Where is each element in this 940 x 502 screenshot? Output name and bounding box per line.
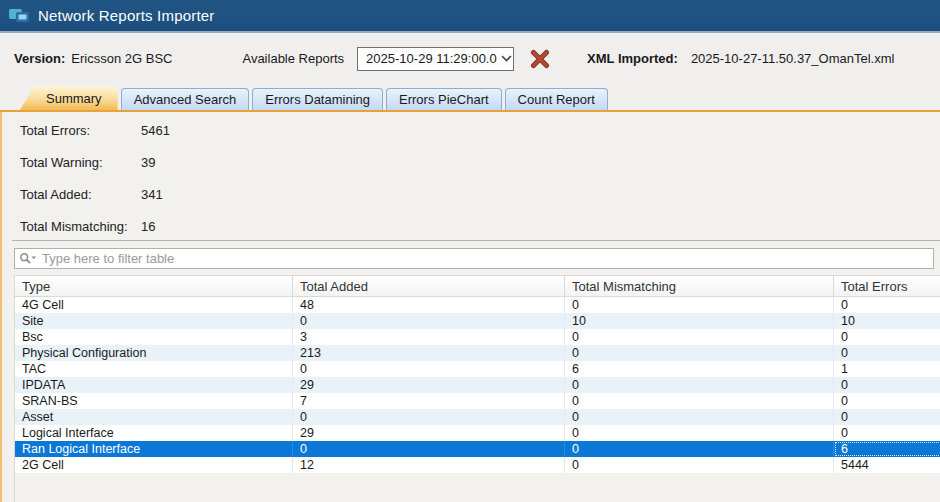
stat-label: Total Added: xyxy=(20,187,141,202)
stats-separator xyxy=(12,240,940,241)
tab-errors-piechart[interactable]: Errors PieChart xyxy=(386,88,502,110)
table-row-4g-cell[interactable]: 4G Cell4800 xyxy=(15,297,940,313)
table-body: 4G Cell4800Site01010Bsc300Physical Confi… xyxy=(15,297,940,473)
cell-total-mismatching[interactable]: 0 xyxy=(565,393,834,409)
app-window: Network Reports Importer Version: Ericss… xyxy=(0,0,940,502)
cell-total-mismatching[interactable]: 0 xyxy=(565,457,834,473)
summary-panel: Total Errors:5461Total Warning:39Total A… xyxy=(0,110,940,502)
cell-total-errors[interactable]: 5444 xyxy=(834,457,940,473)
delete-report-button[interactable] xyxy=(529,48,551,70)
cell-type[interactable]: 4G Cell xyxy=(15,297,293,313)
cell-total-added[interactable]: 0 xyxy=(293,409,565,425)
cell-total-errors[interactable]: 6 xyxy=(834,441,940,457)
table-filter xyxy=(14,248,934,269)
cell-total-mismatching[interactable]: 0 xyxy=(565,377,834,393)
cell-total-errors[interactable]: 10 xyxy=(834,313,940,329)
tab-errors-datamining[interactable]: Errors Datamining xyxy=(252,88,383,110)
tab-advanced-search[interactable]: Advanced Search xyxy=(121,88,250,110)
cell-total-errors[interactable]: 0 xyxy=(834,409,940,425)
table-row-asset[interactable]: Asset000 xyxy=(15,409,940,425)
cell-total-added[interactable]: 0 xyxy=(293,361,565,377)
tab-bar: SummaryAdvanced SearchErrors DataminingE… xyxy=(0,84,940,110)
cell-total-errors[interactable]: 0 xyxy=(834,297,940,313)
stat-label: Total Warning: xyxy=(20,155,141,170)
table-header-row: TypeTotal AddedTotal MismatchingTotal Er… xyxy=(15,275,940,297)
title-bar: Network Reports Importer xyxy=(0,0,940,33)
cell-type[interactable]: Bsc xyxy=(15,329,293,345)
cell-total-mismatching[interactable]: 0 xyxy=(565,409,834,425)
stat-total-mismatching: Total Mismatching:16 xyxy=(11,210,940,242)
tab-count-report[interactable]: Count Report xyxy=(505,88,608,110)
available-reports-select[interactable]: 2025-10-29 11:29:00.0 xyxy=(357,47,514,71)
table-row-2g-cell[interactable]: 2G Cell1205444 xyxy=(15,457,940,473)
cell-total-mismatching[interactable]: 0 xyxy=(565,345,834,361)
cell-total-errors[interactable]: 0 xyxy=(834,345,940,361)
toolbar: Version: Ericsson 2G BSC Available Repor… xyxy=(0,33,940,84)
available-reports-label: Available Reports xyxy=(242,51,344,66)
cell-total-added[interactable]: 12 xyxy=(293,457,565,473)
cell-total-errors[interactable]: 0 xyxy=(834,393,940,409)
cell-total-mismatching[interactable]: 0 xyxy=(565,329,834,345)
cell-type[interactable]: Physical Configuration xyxy=(15,345,293,361)
cell-type[interactable]: SRAN-BS xyxy=(15,393,293,409)
cell-total-errors[interactable]: 1 xyxy=(834,361,940,377)
stat-value: 16 xyxy=(141,219,155,234)
cell-type[interactable]: IPDATA xyxy=(15,377,293,393)
table-row-ipdata[interactable]: IPDATA2900 xyxy=(15,377,940,393)
cell-total-added[interactable]: 29 xyxy=(293,377,565,393)
cell-type[interactable]: Logical Interface xyxy=(15,425,293,441)
version-value: Ericsson 2G BSC xyxy=(71,51,172,66)
table-row-site[interactable]: Site01010 xyxy=(15,313,940,329)
cell-type[interactable]: Site xyxy=(15,313,293,329)
stat-value: 341 xyxy=(141,187,163,202)
window-title: Network Reports Importer xyxy=(38,7,215,24)
cell-total-errors[interactable]: 0 xyxy=(834,377,940,393)
cell-type[interactable]: 2G Cell xyxy=(15,457,293,473)
table-row-bsc[interactable]: Bsc300 xyxy=(15,329,940,345)
stat-label: Total Mismatching: xyxy=(20,219,141,234)
cell-total-errors[interactable]: 0 xyxy=(834,329,940,345)
table-row-sran-bs[interactable]: SRAN-BS700 xyxy=(15,393,940,409)
stat-value: 39 xyxy=(141,155,155,170)
summary-stats: Total Errors:5461Total Warning:39Total A… xyxy=(11,112,940,240)
selected-report-value: 2025-10-29 11:29:00.0 xyxy=(366,51,497,66)
stat-value: 5461 xyxy=(141,123,170,138)
xml-imported-label: XML Imported: xyxy=(587,51,678,66)
cell-total-mismatching[interactable]: 10 xyxy=(565,313,834,329)
cell-total-errors[interactable]: 0 xyxy=(834,425,940,441)
column-header-total-mismatching[interactable]: Total Mismatching xyxy=(565,275,834,297)
column-header-type[interactable]: Type xyxy=(15,275,293,297)
search-icon xyxy=(19,252,37,265)
cell-total-added[interactable]: 7 xyxy=(293,393,565,409)
table-row-tac[interactable]: TAC061 xyxy=(15,361,940,377)
cell-total-added[interactable]: 48 xyxy=(293,297,565,313)
cell-total-mismatching[interactable]: 6 xyxy=(565,361,834,377)
cell-type[interactable]: Asset xyxy=(15,409,293,425)
table-row-ran-logical-interface[interactable]: Ran Logical Interface006 xyxy=(15,441,940,457)
table-row-physical-configuration[interactable]: Physical Configuration21300 xyxy=(15,345,940,361)
cell-type[interactable]: TAC xyxy=(15,361,293,377)
app-logo-icon xyxy=(8,7,30,24)
stat-total-errors: Total Errors:5461 xyxy=(11,114,940,146)
cell-total-added[interactable]: 213 xyxy=(293,345,565,361)
cell-total-added[interactable]: 0 xyxy=(293,313,565,329)
cell-total-added[interactable]: 29 xyxy=(293,425,565,441)
version-label: Version: xyxy=(14,51,65,66)
stat-total-added: Total Added:341 xyxy=(11,178,940,210)
cell-total-mismatching[interactable]: 0 xyxy=(565,297,834,313)
stat-label: Total Errors: xyxy=(20,123,141,138)
report-table: TypeTotal AddedTotal MismatchingTotal Er… xyxy=(14,275,940,502)
xml-imported-value: 2025-10-27-11.50.37_OmanTel.xml xyxy=(691,51,895,66)
cell-total-added[interactable]: 3 xyxy=(293,329,565,345)
cell-total-mismatching[interactable]: 0 xyxy=(565,425,834,441)
cell-total-added[interactable]: 0 xyxy=(293,441,565,457)
filter-input[interactable] xyxy=(42,251,929,266)
tab-summary[interactable]: Summary xyxy=(20,86,118,110)
column-header-total-errors[interactable]: Total Errors xyxy=(834,275,940,297)
cell-type[interactable]: Ran Logical Interface xyxy=(15,441,293,457)
column-header-total-added[interactable]: Total Added xyxy=(293,275,565,297)
cell-total-mismatching[interactable]: 0 xyxy=(565,441,834,457)
chevron-down-icon xyxy=(501,55,512,62)
red-x-icon xyxy=(530,49,550,69)
table-row-logical-interface[interactable]: Logical Interface2900 xyxy=(15,425,940,441)
